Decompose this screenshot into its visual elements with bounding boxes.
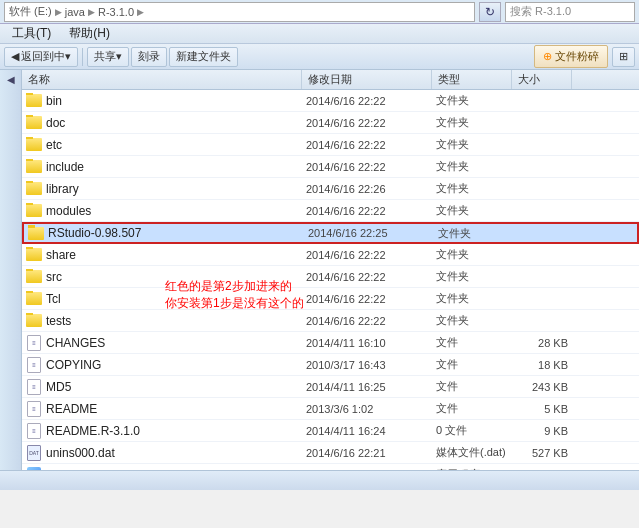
file-name-cell: bin (22, 93, 302, 109)
file-icon (26, 247, 42, 263)
folder-icon (26, 182, 42, 195)
new-folder-label: 新建文件夹 (176, 49, 231, 64)
file-icon: ≡ (26, 423, 42, 439)
refresh-button[interactable]: ↻ (479, 2, 501, 22)
file-powder-button[interactable]: ⊕ 文件粉碎 (534, 45, 608, 68)
file-date: 2014/6/16 22:22 (302, 139, 432, 151)
file-icon (26, 181, 42, 197)
file-date: 2014/4/11 16:10 (302, 337, 432, 349)
left-panel-arrow[interactable]: ◀ (7, 74, 15, 85)
table-row[interactable]: ≡README.R-3.1.02014/4/11 16:240 文件9 KB (22, 420, 639, 442)
folder-icon (26, 314, 42, 327)
file-name-cell: etc (22, 137, 302, 153)
search-box[interactable]: 搜索 R-3.1.0 (505, 2, 635, 22)
table-row[interactable]: share2014/6/16 22:22文件夹 (22, 244, 639, 266)
file-name-text: RStudio-0.98.507 (48, 226, 141, 240)
table-row[interactable]: etc2014/6/16 22:22文件夹 (22, 134, 639, 156)
table-row[interactable]: src2014/6/16 22:22文件夹 (22, 266, 639, 288)
menu-bar: 工具(T) 帮助(H) (0, 24, 639, 44)
file-icon (26, 115, 42, 131)
doc-icon: ≡ (27, 423, 41, 439)
path-part-1: 软件 (E:) (9, 4, 52, 19)
file-date: 2014/4/11 16:24 (302, 425, 432, 437)
file-date: 2013/3/6 1:02 (302, 403, 432, 415)
file-type: 文件 (432, 401, 512, 416)
dat-icon: DAT (27, 445, 41, 461)
file-date: 2014/6/16 22:22 (302, 315, 432, 327)
file-type: 文件夹 (434, 226, 514, 241)
doc-icon: ≡ (27, 401, 41, 417)
menu-help[interactable]: 帮助(H) (61, 23, 118, 44)
address-path[interactable]: 软件 (E:) ▶ java ▶ R-3.1.0 ▶ (4, 2, 475, 22)
column-headers: 名称 修改日期 类型 大小 (22, 70, 639, 90)
table-row[interactable]: ≡MD52014/4/11 16:25文件243 KB (22, 376, 639, 398)
file-date: 2014/6/16 22:22 (302, 249, 432, 261)
col-name: 名称 (22, 70, 302, 89)
file-date: 2014/6/16 22:25 (304, 227, 434, 239)
table-row[interactable]: tests2014/6/16 22:22文件夹 (22, 310, 639, 332)
file-icon (26, 137, 42, 153)
file-icon (28, 225, 44, 241)
folder-icon (26, 116, 42, 129)
new-folder-button[interactable]: 新建文件夹 (169, 47, 238, 67)
file-type: 文件 (432, 379, 512, 394)
file-size: 9 KB (512, 425, 572, 437)
file-icon: ≡ (26, 401, 42, 417)
table-row[interactable]: library2014/6/16 22:26文件夹 (22, 178, 639, 200)
file-date: 2014/4/11 16:25 (302, 381, 432, 393)
path-arrow-2: ▶ (88, 7, 95, 17)
file-type: 媒体文件(.dat) (432, 445, 512, 460)
table-row[interactable]: bin2014/6/16 22:22文件夹 (22, 90, 639, 112)
table-row[interactable]: include2014/6/16 22:22文件夹 (22, 156, 639, 178)
burn-button[interactable]: 刻录 (131, 47, 167, 67)
col-size: 大小 (512, 70, 572, 89)
file-icon (26, 203, 42, 219)
file-icon (26, 313, 42, 329)
file-name-cell: ≡README (22, 401, 302, 417)
left-nav-panel: ◀ (0, 70, 22, 470)
file-type: 文件 (432, 357, 512, 372)
file-rows-container: bin2014/6/16 22:22文件夹doc2014/6/16 22:22文… (22, 90, 639, 470)
file-name-text: unins000.dat (46, 446, 115, 460)
table-row[interactable]: RStudio-0.98.5072014/6/16 22:25文件夹 (22, 222, 639, 244)
file-name-cell: ≡MD5 (22, 379, 302, 395)
toolbar-separator-1 (82, 48, 83, 66)
file-type: 应用程序 (432, 467, 512, 470)
table-row[interactable]: doc2014/6/16 22:22文件夹 (22, 112, 639, 134)
table-row[interactable]: DATunins000.dat2014/6/16 22:21媒体文件(.dat)… (22, 442, 639, 464)
file-name-cell: share (22, 247, 302, 263)
back-icon: ◀ (11, 50, 19, 63)
folder-icon (26, 94, 42, 107)
file-date: 2014/6/16 22:22 (302, 205, 432, 217)
search-placeholder: 搜索 R-3.1.0 (510, 4, 571, 19)
file-name-cell: RStudio-0.98.507 (24, 225, 304, 241)
table-row[interactable]: Tcl2014/6/16 22:22文件夹 (22, 288, 639, 310)
file-name-text: Tcl (46, 292, 61, 306)
file-name-cell: tests (22, 313, 302, 329)
file-icon: ≡ (26, 379, 42, 395)
table-row[interactable]: modules2014/6/16 22:22文件夹 (22, 200, 639, 222)
menu-tools[interactable]: 工具(T) (4, 23, 59, 44)
file-name-text: library (46, 182, 79, 196)
file-type: 文件夹 (432, 181, 512, 196)
col-date: 修改日期 (302, 70, 432, 89)
share-button[interactable]: 共享▾ (87, 47, 129, 67)
file-date: 2014/6/16 22:26 (302, 183, 432, 195)
doc-icon: ≡ (27, 379, 41, 395)
table-row[interactable]: ≡COPYING2010/3/17 16:43文件18 KB (22, 354, 639, 376)
folder-icon (26, 204, 42, 217)
file-name-text: README.R-3.1.0 (46, 424, 140, 438)
file-type: 文件夹 (432, 115, 512, 130)
file-name-cell: ≡README.R-3.1.0 (22, 423, 302, 439)
table-row[interactable]: ≡README2013/3/6 1:02文件5 KB (22, 398, 639, 420)
file-type: 文件 (432, 335, 512, 350)
view-options-button[interactable]: ⊞ (612, 47, 635, 67)
table-row[interactable]: ≡CHANGES2014/4/11 16:10文件28 KB (22, 332, 639, 354)
table-row[interactable]: EXunins000.exe2014/6/16 22:21应用程序1,145 K… (22, 464, 639, 470)
file-size: 527 KB (512, 447, 572, 459)
file-type: 文件夹 (432, 137, 512, 152)
file-icon (26, 159, 42, 175)
back-button[interactable]: ◀ 返回到中▾ (4, 47, 78, 67)
circle-icon: ⊕ (543, 50, 552, 63)
file-name-text: etc (46, 138, 62, 152)
